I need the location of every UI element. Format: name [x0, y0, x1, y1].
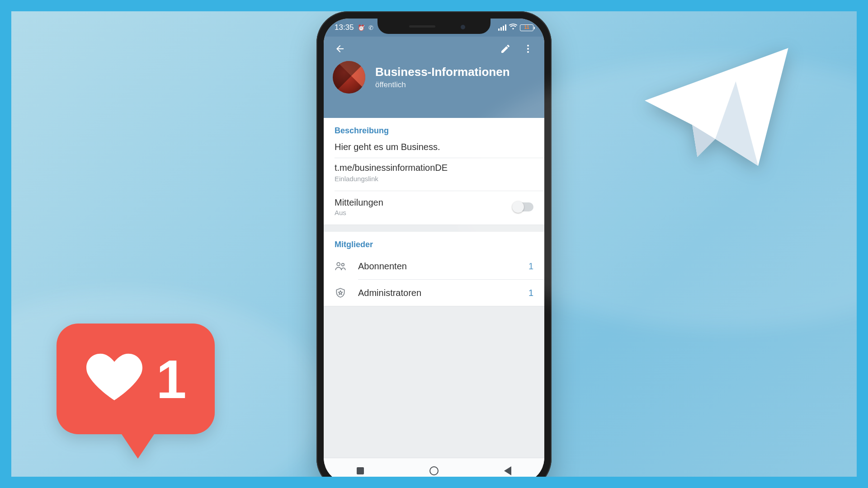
- phone-frame: 13:35 ⏰̸ ✆ 11: [316, 11, 552, 477]
- status-time: 13:35: [335, 23, 354, 32]
- back-button[interactable]: [331, 40, 349, 58]
- invite-link-caption: Einladungslink: [324, 175, 544, 191]
- nav-recent-button[interactable]: [347, 462, 374, 477]
- edit-button[interactable]: [496, 40, 514, 58]
- wifi-icon: [509, 23, 517, 32]
- battery-percent: 11: [524, 25, 529, 30]
- members-card: Mitglieder Abonnenten 1: [324, 232, 544, 306]
- channel-title: Business-Informationen: [375, 65, 510, 79]
- svg-marker-1: [715, 81, 758, 166]
- alarm-off-icon: ⏰̸: [358, 24, 365, 31]
- svg-marker-2: [692, 125, 715, 157]
- admins-count: 1: [528, 288, 533, 298]
- channel-visibility: öffentlich: [375, 80, 510, 89]
- signal-icon: [498, 24, 506, 31]
- description-title: Beschreibung: [324, 118, 544, 139]
- more-button[interactable]: [519, 40, 537, 58]
- subscribers-icon: [335, 260, 346, 272]
- subscribers-count: 1: [528, 261, 533, 272]
- invite-link-row[interactable]: t.me/businessinformationDE Einladungslin…: [324, 158, 544, 191]
- android-nav-bar: [324, 458, 544, 477]
- like-count: 1: [156, 352, 187, 406]
- subscribers-label: Abonnenten: [358, 261, 517, 272]
- notifications-row[interactable]: Mitteilungen Aus: [324, 191, 544, 225]
- admins-label: Administratoren: [358, 288, 517, 298]
- telegram-logo: [640, 43, 793, 178]
- heart-icon: [85, 349, 144, 409]
- nav-home-button[interactable]: [420, 462, 448, 477]
- channel-info-content: Beschreibung Hier geht es um Business. t…: [324, 118, 544, 458]
- sky-background: 1 13:35 ⏰̸ ✆: [11, 11, 857, 477]
- notifications-label: Mitteilungen: [335, 197, 383, 208]
- channel-avatar[interactable]: [333, 61, 365, 94]
- svg-point-8: [342, 263, 344, 266]
- like-bubble: 1: [57, 324, 215, 459]
- battery-icon: 11: [520, 24, 533, 31]
- invite-link: t.me/businessinformationDE: [324, 158, 544, 175]
- admins-icon: [335, 287, 346, 299]
- svg-marker-3: [645, 81, 736, 125]
- notifications-toggle[interactable]: [514, 202, 533, 211]
- svg-point-5: [527, 48, 529, 50]
- svg-point-6: [527, 51, 529, 53]
- members-title: Mitglieder: [324, 232, 544, 253]
- notifications-state: Aus: [335, 209, 383, 216]
- subscribers-row[interactable]: Abonnenten 1: [324, 253, 544, 279]
- description-card: Beschreibung Hier geht es um Business. t…: [324, 118, 544, 225]
- channel-header: Business-Informationen öffentlich: [324, 37, 544, 118]
- outer-frame: 1 13:35 ⏰̸ ✆: [0, 0, 868, 488]
- description-text: Hier geht es um Business.: [324, 139, 544, 158]
- svg-point-4: [527, 45, 529, 47]
- svg-marker-0: [645, 48, 788, 166]
- svg-point-7: [337, 263, 340, 266]
- admins-row[interactable]: Administratoren 1: [324, 280, 544, 306]
- whatsapp-icon: ✆: [368, 24, 373, 31]
- phone-notch: [377, 19, 491, 34]
- nav-back-button[interactable]: [494, 462, 521, 477]
